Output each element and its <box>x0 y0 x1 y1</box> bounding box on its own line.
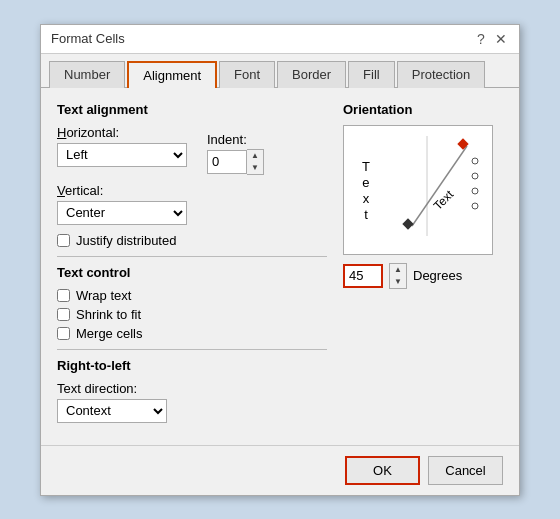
indent-spinner: ▲ ▼ <box>207 149 264 175</box>
horiz-indent-pair: Horizontal: Left Center Right Fill Justi… <box>57 125 327 175</box>
shrink-to-fit-row: Shrink to fit <box>57 307 327 322</box>
shrink-to-fit-label: Shrink to fit <box>76 307 141 322</box>
degrees-input[interactable] <box>343 264 383 288</box>
indent-group: Indent: ▲ ▼ <box>207 132 264 175</box>
tab-alignment[interactable]: Alignment <box>127 61 217 88</box>
horizontal-group: Horizontal: Left Center Right Fill Justi… <box>57 125 187 175</box>
tab-number[interactable]: Number <box>49 61 125 88</box>
title-bar-controls: ? ✕ <box>473 31 509 47</box>
orientation-vertical-text: T e x t <box>362 158 374 221</box>
indent-label: Indent: <box>207 132 264 147</box>
vertical-select[interactable]: Top Center Bottom Justify Distributed <box>57 201 187 225</box>
degrees-down-btn[interactable]: ▼ <box>390 276 406 288</box>
ok-button[interactable]: OK <box>345 456 420 485</box>
indent-spinner-btns: ▲ ▼ <box>247 149 264 175</box>
horizontal-select[interactable]: Left Center Right Fill Justify Center Ac… <box>57 143 187 167</box>
wrap-text-row: Wrap text <box>57 288 327 303</box>
merge-cells-checkbox[interactable] <box>57 327 70 340</box>
merge-cells-label: Merge cells <box>76 326 142 341</box>
orientation-svg: Text <box>397 131 487 241</box>
text-control-section: Text control Wrap text Shrink to fit Mer… <box>57 265 327 341</box>
indent-up-btn[interactable]: ▲ <box>247 150 263 162</box>
tab-fill[interactable]: Fill <box>348 61 395 88</box>
svg-line-1 <box>412 146 467 226</box>
close-button[interactable]: ✕ <box>493 31 509 47</box>
tab-content: Text alignment Horizontal: Left Center R… <box>41 88 519 445</box>
tab-border[interactable]: Border <box>277 61 346 88</box>
left-panel: Text alignment Horizontal: Left Center R… <box>57 102 327 431</box>
justify-distributed-checkbox[interactable] <box>57 234 70 247</box>
orientation-title: Orientation <box>343 102 503 117</box>
vertical-select-row: Top Center Bottom Justify Distributed <box>57 201 327 225</box>
shrink-to-fit-checkbox[interactable] <box>57 308 70 321</box>
text-direction-label: Text direction: <box>57 381 327 396</box>
svg-point-5 <box>472 158 478 164</box>
vertical-group: Vertical: Top Center Bottom Justify Dist… <box>57 183 327 225</box>
justify-distributed-row: Justify distributed <box>57 233 327 248</box>
indent-down-btn[interactable]: ▼ <box>247 162 263 174</box>
dialog-title: Format Cells <box>51 31 125 46</box>
svg-point-7 <box>472 188 478 194</box>
merge-cells-row: Merge cells <box>57 326 327 341</box>
text-direction-select[interactable]: Context Left-to-Right Right-to-Left <box>57 399 167 423</box>
indent-input[interactable] <box>207 150 247 174</box>
help-button[interactable]: ? <box>473 31 489 47</box>
degrees-up-btn[interactable]: ▲ <box>390 264 406 276</box>
bottom-bar: OK Cancel <box>41 445 519 495</box>
svg-text:Text: Text <box>431 186 457 212</box>
justify-distributed-label: Justify distributed <box>76 233 176 248</box>
svg-point-6 <box>472 173 478 179</box>
separator-1 <box>57 256 327 257</box>
text-alignment-title: Text alignment <box>57 102 327 117</box>
degrees-label: Degrees <box>413 268 462 283</box>
svg-rect-2 <box>457 138 468 149</box>
tab-protection[interactable]: Protection <box>397 61 486 88</box>
horizontal-label: Horizontal: <box>57 125 187 140</box>
degrees-spinner-btns: ▲ ▼ <box>389 263 407 289</box>
degrees-row: ▲ ▼ Degrees <box>343 263 503 289</box>
rtl-section: Right-to-left Text direction: Context Le… <box>57 358 327 423</box>
svg-point-8 <box>472 203 478 209</box>
svg-rect-3 <box>402 218 413 229</box>
tab-font[interactable]: Font <box>219 61 275 88</box>
text-direction-select-row: Context Left-to-Right Right-to-Left <box>57 399 327 423</box>
title-bar: Format Cells ? ✕ <box>41 25 519 54</box>
orientation-box: T e x t <box>343 125 493 255</box>
text-alignment-section: Text alignment Horizontal: Left Center R… <box>57 102 327 248</box>
cancel-button[interactable]: Cancel <box>428 456 503 485</box>
right-panel: Orientation T e x t <box>343 102 503 431</box>
wrap-text-label: Wrap text <box>76 288 131 303</box>
horizontal-select-row: Left Center Right Fill Justify Center Ac… <box>57 143 187 167</box>
vertical-label: Vertical: <box>57 183 327 198</box>
rtl-title: Right-to-left <box>57 358 327 373</box>
main-area: Text alignment Horizontal: Left Center R… <box>57 102 503 431</box>
wrap-text-checkbox[interactable] <box>57 289 70 302</box>
format-cells-dialog: Format Cells ? ✕ Number Alignment Font B… <box>40 24 520 496</box>
tabs-bar: Number Alignment Font Border Fill Protec… <box>41 54 519 88</box>
text-control-title: Text control <box>57 265 327 280</box>
separator-2 <box>57 349 327 350</box>
